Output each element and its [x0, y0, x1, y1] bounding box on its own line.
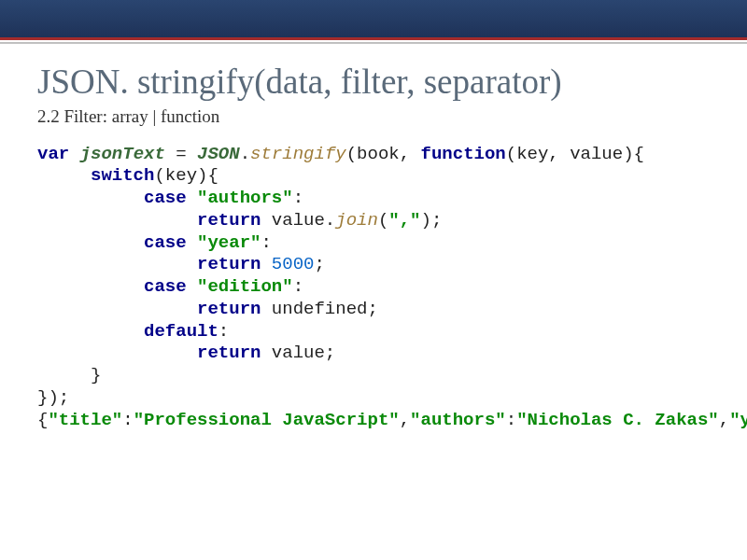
str-edition: "edition" — [197, 276, 293, 297]
fn-args: (key, value){ — [506, 144, 644, 164]
slide-content: JSON. stringify(data, filter, separator)… — [0, 44, 747, 431]
keyword-case: case — [144, 232, 187, 253]
code-block: var jsonText = JSON.stringify(book, func… — [37, 144, 710, 432]
keyword-var: var — [37, 144, 69, 164]
brace-close: } — [37, 365, 101, 385]
slide-subtitle: 2.2 Filter: array | function — [37, 106, 710, 127]
dot: . — [240, 144, 250, 164]
out-authors-key: "authors" — [410, 410, 506, 430]
keyword-case: case — [144, 276, 187, 297]
num-5000: 5000 — [272, 254, 315, 274]
keyword-default: default — [144, 321, 218, 342]
keyword-function: function — [421, 144, 506, 164]
keyword-case: case — [144, 188, 187, 208]
var-jsonText: jsonText — [80, 144, 165, 164]
switch-arg: (key){ — [154, 165, 218, 186]
keyword-return: return — [197, 343, 261, 363]
val-value: value; — [261, 343, 335, 363]
slide-title: JSON. stringify(data, filter, separator) — [37, 63, 710, 103]
op-eq: = — [165, 144, 197, 164]
method-join: join — [335, 210, 378, 231]
keyword-return: return — [197, 299, 261, 319]
keyword-return: return — [197, 254, 261, 274]
fn-stringify: stringify — [250, 144, 346, 164]
paren-open: ( — [346, 144, 357, 164]
keyword-switch: switch — [91, 165, 154, 186]
str-authors: "authors" — [197, 188, 293, 208]
out-title-key: "title" — [48, 410, 122, 430]
out-title-val: "Professional JavaScript" — [134, 410, 400, 430]
type-json: JSON — [197, 144, 240, 164]
out-year-key: "year" — [729, 410, 747, 430]
out-authors-val: "Nicholas C. Zakas" — [516, 410, 719, 430]
stmt-close: }); — [37, 387, 69, 408]
keyword-return: return — [197, 210, 261, 231]
str-year: "year" — [197, 232, 261, 253]
arg-book: book, — [357, 144, 420, 164]
slide-header-bar — [0, 0, 747, 40]
val-undefined: undefined; — [261, 299, 377, 319]
str-comma: "," — [388, 210, 420, 231]
